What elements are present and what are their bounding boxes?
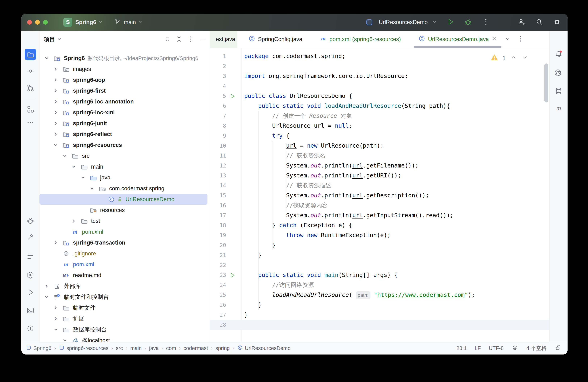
tree-item-com.codermast.spring[interactable]: com.codermast.spring (40, 183, 210, 194)
code-line-13[interactable]: 13 System.out.println(url.getURI()); (210, 171, 549, 180)
breadcrumb-spring6-resources[interactable]: spring6-resources (59, 345, 108, 352)
close-window-button[interactable] (27, 20, 32, 25)
tree-item-临时文件[interactable]: 临时文件 (40, 303, 210, 313)
tree-item-spring6-resources[interactable]: spring6-resources (40, 140, 210, 151)
code-line-2[interactable]: 2 (210, 61, 549, 71)
run-button[interactable] (446, 18, 454, 27)
editor-scrollbar[interactable] (544, 63, 548, 102)
chevron-down-icon[interactable] (53, 143, 63, 147)
sidebar-item-database[interactable] (553, 85, 565, 97)
chevron-right-icon[interactable] (53, 77, 63, 82)
tree-item-spring6-transaction[interactable]: spring6-transaction (40, 237, 210, 248)
debug-button[interactable] (464, 18, 472, 27)
expand-all-button[interactable] (164, 36, 171, 43)
tree-item-临时文件和控制台[interactable]: 临时文件和控制台 (40, 292, 210, 303)
tree-item-readme.md[interactable]: M readme.md (40, 270, 210, 281)
settings-button[interactable] (553, 18, 561, 27)
sidebar-item-problems[interactable] (25, 323, 36, 334)
tree-item-main[interactable]: main (40, 161, 210, 172)
breadcrumb-spring[interactable]: spring (215, 345, 230, 351)
next-warning-icon[interactable] (522, 54, 528, 62)
chevron-down-icon[interactable] (81, 175, 90, 180)
sidebar-item-pull-requests[interactable] (25, 82, 36, 94)
chevron-down-icon[interactable] (504, 36, 511, 43)
code-line-26[interactable]: 26 } (210, 300, 549, 310)
code-line-15[interactable]: 15 System.out.println(url.getDescription… (210, 191, 549, 200)
tab-pom.xml (spring6-resources)[interactable]: mpom.xml (spring6-resources) (314, 31, 407, 48)
code-line-4[interactable]: 4 (210, 81, 549, 91)
code-line-27[interactable]: 27} (210, 310, 549, 320)
collapse-all-button[interactable] (176, 36, 183, 43)
chevron-right-icon[interactable] (53, 132, 63, 136)
encoding[interactable]: UTF-8 (489, 345, 504, 351)
tab-UrlResourcesDemo.java[interactable]: CUrlResourcesDemo.java (412, 31, 503, 48)
code-line-12[interactable]: 12 System.out.println(url.getFilename())… (210, 161, 549, 171)
code-line-16[interactable]: 16 //获取资源内容 (210, 200, 549, 210)
code-line-19[interactable]: 19 throw new RuntimeException(e); (210, 230, 549, 240)
tree-item-resources[interactable]: resources (40, 205, 210, 216)
sidebar-item-debug[interactable] (25, 215, 36, 227)
tree-item-UrlResourcesDemo[interactable]: C UrlResourcesDemo (40, 194, 208, 205)
code-line-18[interactable]: 18 } catch (Exception e) { (210, 220, 549, 230)
code-editor[interactable]: 1package com.codermast.spring;23import o… (210, 48, 549, 342)
chevron-down-icon[interactable] (71, 164, 81, 169)
indent-setting[interactable]: 4 个空格 (526, 345, 546, 352)
tree-item-src[interactable]: src (40, 151, 210, 161)
code-line-20[interactable]: 20 } (210, 240, 549, 250)
code-line-23[interactable]: 23 public static void main(String[] args… (210, 270, 549, 280)
chevron-down-icon[interactable] (44, 295, 53, 299)
breadcrumb-main[interactable]: main (130, 345, 142, 351)
search-button[interactable] (535, 18, 543, 27)
sidebar-item-commit[interactable] (25, 65, 36, 77)
chevron-right-icon[interactable] (53, 306, 63, 310)
tree-item-@localhost[interactable]: @localhost (40, 335, 210, 342)
chevron-down-icon[interactable] (90, 186, 99, 191)
sidebar-item-structure[interactable] (25, 103, 36, 115)
tree-item-数据库控制台[interactable]: 数据库控制台 (40, 324, 210, 335)
code-line-21[interactable]: 21 } (210, 250, 549, 260)
code-line-24[interactable]: 24 //访问网络资源 (210, 280, 549, 290)
add-user-button[interactable] (518, 18, 525, 27)
project-widget[interactable]: S Spring6 (63, 18, 103, 27)
chevron-right-icon[interactable] (53, 67, 63, 72)
code-line-9[interactable]: 9 try { (210, 131, 549, 141)
tree-item-扩展[interactable]: 扩展 (40, 313, 210, 324)
sidebar-item-run[interactable] (25, 286, 36, 298)
breadcrumb-UrlResourcesDemo[interactable]: CUrlResourcesDemo (237, 345, 291, 352)
tree-item-pom.xml[interactable]: m pom.xml (40, 227, 210, 237)
tree-item-外部库[interactable]: 外部库 (40, 281, 210, 292)
code-line-17[interactable]: 17 System.out.println(url.getInputStream… (210, 210, 549, 220)
more-button[interactable] (187, 36, 194, 43)
chevron-right-icon[interactable] (53, 121, 63, 126)
tree-item-spring6-aop[interactable]: spring6-aop (40, 75, 210, 85)
breadcrumb-codermast[interactable]: codermast (184, 345, 208, 351)
tree-item-spring6-ioc-xml[interactable]: spring6-ioc-xml (40, 107, 210, 118)
tab-est.java[interactable]: est.java (210, 31, 237, 48)
chevron-right-icon[interactable] (53, 240, 63, 245)
code-line-7[interactable]: 7 // 创建一个 Resource 对象 (210, 111, 549, 121)
project-panel-title[interactable]: 项目 (44, 36, 55, 43)
chevron-down-icon[interactable] (44, 56, 53, 61)
zoom-window-button[interactable] (43, 20, 48, 25)
code-line-25[interactable]: 25 loadAndReadUrlResource( path: "https:… (210, 290, 549, 300)
sidebar-item-spring[interactable] (553, 67, 565, 78)
tree-item-test[interactable]: test (40, 216, 210, 227)
sidebar-item-project[interactable] (25, 49, 36, 60)
tree-item-spring6-reflect[interactable]: spring6-reflect (40, 129, 210, 140)
chevron-right-icon[interactable] (53, 110, 63, 115)
tree-item-spring6-ioc-annotation[interactable]: spring6-ioc-annotation (40, 96, 210, 107)
tree-item-spring6-junit[interactable]: spring6-junit (40, 118, 210, 129)
sidebar-item-build[interactable] (25, 231, 36, 243)
line-ending[interactable]: LF (475, 345, 481, 351)
close-tab-icon[interactable] (491, 36, 497, 43)
tree-item-.gitignore[interactable]: .gitignore (40, 248, 210, 259)
sidebar-item-todo[interactable] (25, 250, 36, 262)
code-line-28[interactable]: 28 (210, 320, 549, 330)
breadcrumb-src[interactable]: src (116, 345, 123, 351)
breadcrumb-Spring6[interactable]: Spring6 (26, 345, 51, 352)
sidebar-item-maven[interactable]: m (553, 103, 565, 114)
code-line-14[interactable]: 14 // 获取资源描述 (210, 180, 549, 191)
code-line-6[interactable]: 6 public static void loadAndReadUrlResou… (210, 101, 549, 111)
chevron-right-icon[interactable] (53, 99, 63, 104)
chevron-right-icon[interactable] (53, 316, 63, 321)
